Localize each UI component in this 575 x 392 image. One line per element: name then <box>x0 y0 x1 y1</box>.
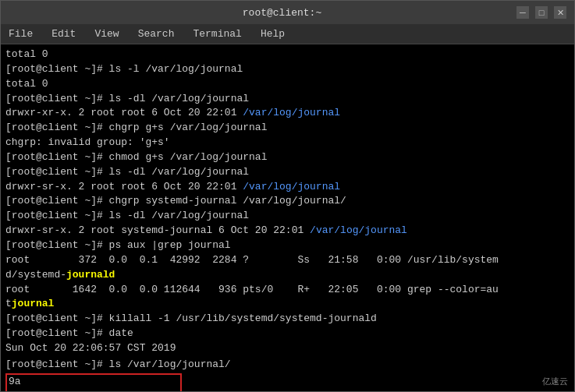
line-5: drwxr-xr-x. 2 root root 6 Oct 20 22:01 /… <box>5 106 570 121</box>
close-button[interactable]: ✕ <box>554 6 566 19</box>
line-sel-2: b0e817ea4adb916183df8c4fc817 <box>9 389 179 391</box>
line-3: total 0 <box>5 77 570 92</box>
line-13: drwxr-sr-x. 2 root systemd-journal 6 Oct… <box>5 224 570 238</box>
link-journal-2: /var/log/journal <box>243 181 340 192</box>
minimize-button[interactable]: ─ <box>516 6 529 19</box>
menu-terminal[interactable]: Terminal <box>190 26 244 41</box>
line-20: [root@client ~]# date <box>5 327 570 341</box>
link-journal-1: /var/log/journal <box>243 107 340 118</box>
line-17: root 1642 0.0 0.0 112644 936 pts/0 R+ 22… <box>5 283 570 298</box>
line-7: chgrp: invalid group: 'g+s' <box>5 136 570 150</box>
terminal-body[interactable]: total 0 [root@client ~]# ls -l /var/log/… <box>1 44 574 391</box>
menu-search[interactable]: Search <box>135 26 178 41</box>
title-bar: root@client:~ ─ □ ✕ <box>1 1 574 24</box>
line-2: [root@client ~]# ls -l /var/log/journal <box>5 62 570 77</box>
line-14: [root@client ~]# ps aux |grep journal <box>5 238 570 253</box>
menu-file[interactable]: File <box>5 26 36 41</box>
terminal-window: root@client:~ ─ □ ✕ File Edit View Searc… <box>0 0 575 392</box>
line-11: [root@client ~]# chgrp systemd-journal /… <box>5 194 570 209</box>
line-12: [root@client ~]# ls -dl /var/log/journal <box>5 209 570 224</box>
line-15: root 372 0.0 0.1 42992 2284 ? Ss 21:58 0… <box>5 253 570 268</box>
line-1: total 0 <box>5 48 570 62</box>
window-controls[interactable]: ─ □ ✕ <box>516 6 566 19</box>
menu-help[interactable]: Help <box>257 26 288 41</box>
line-16: d/systemd-journald <box>5 268 570 283</box>
line-9: [root@client ~]# ls -dl /var/log/journal <box>5 165 570 180</box>
line-18: tjournal <box>5 297 570 312</box>
highlight-journald: journald <box>66 269 115 281</box>
menu-bar: File Edit View Search Terminal Help <box>1 24 574 44</box>
watermark: 亿速云 <box>542 376 568 388</box>
line-4: [root@client ~]# ls -dl /var/log/journal <box>5 92 570 107</box>
window-title: root@client:~ <box>48 7 516 19</box>
line-ls-journal: [root@client ~]# ls /var/log/journal/ <box>5 358 570 373</box>
menu-edit[interactable]: Edit <box>48 26 79 41</box>
line-10: drwxr-sr-x. 2 root root 6 Oct 20 22:01 /… <box>5 180 570 195</box>
link-journal-3: /var/log/journal <box>310 224 407 236</box>
line-8: [root@client ~]# chmod g+s /var/log/jour… <box>5 150 570 165</box>
line-sel-1: 9a <box>9 375 179 390</box>
menu-view[interactable]: View <box>91 26 122 41</box>
link-hash: b0e817ea4adb916183df8c4fc817 <box>9 390 179 391</box>
selection-box: 9a b0e817ea4adb916183df8c4fc817 <box>5 373 182 391</box>
line-19: [root@client ~]# killall -1 /usr/lib/sys… <box>5 312 570 327</box>
maximize-button[interactable]: □ <box>535 6 548 19</box>
highlight-journal: journal <box>12 298 55 309</box>
line-21: Sun Oct 20 22:06:57 CST 2019 <box>5 341 570 356</box>
line-6: [root@client ~]# chgrp g+s /var/log/jour… <box>5 121 570 136</box>
